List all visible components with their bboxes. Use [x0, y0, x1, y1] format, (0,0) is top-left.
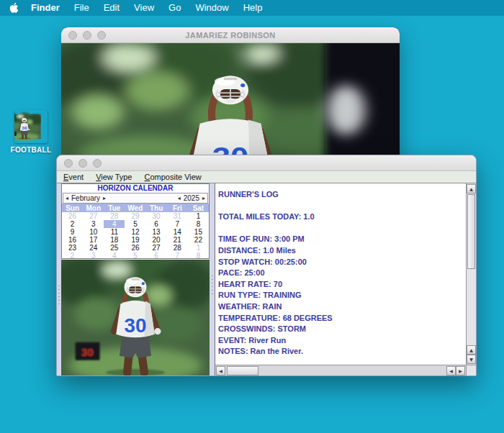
day-cell[interactable]: 7: [167, 252, 188, 259]
day-cell[interactable]: 14: [167, 228, 188, 236]
log-line: WEATHER: RAIN: [218, 301, 463, 313]
scroll-right-button[interactable]: ▶: [456, 366, 465, 375]
app-window: EventView TypeComposite View HORIZON CAL…: [56, 155, 477, 376]
log-line: TIME OF RUN: 3:00 PM: [218, 234, 463, 245]
calendar-grid-body: 2627282930311234567891011121314151617181…: [62, 212, 209, 259]
day-cell[interactable]: 2: [62, 252, 83, 259]
day-cell[interactable]: 7: [167, 220, 188, 228]
minimize-button[interactable]: [78, 159, 87, 168]
calendar-title: HORIZON CALENDAR: [62, 184, 209, 193]
year-next-arrow[interactable]: ▸: [202, 196, 205, 201]
day-cell[interactable]: 3: [83, 252, 104, 259]
day-header-sun: Sun: [62, 204, 83, 212]
day-cell[interactable]: 28: [104, 212, 125, 220]
scroll-left-button[interactable]: ◀: [446, 366, 456, 375]
vertical-scrollbar-thumb[interactable]: [467, 194, 475, 269]
day-cell[interactable]: 9: [62, 228, 83, 236]
day-cell[interactable]: 27: [146, 244, 167, 252]
desktop-icon-football[interactable]: FOOTBALL: [8, 110, 54, 154]
menubar-item-view[interactable]: View: [127, 0, 161, 16]
day-cell[interactable]: 13: [146, 228, 167, 236]
photo-window-titlebar[interactable]: JAMARIEZ ROBINSON: [61, 27, 400, 43]
football-icon-photo: [14, 110, 48, 143]
main-split-divider[interactable]: [210, 183, 215, 375]
day-cell[interactable]: 17: [83, 236, 104, 244]
divider-grip-icon: [211, 274, 213, 297]
day-cell[interactable]: 2: [62, 220, 83, 228]
close-button[interactable]: [64, 159, 73, 168]
day-cell[interactable]: 26: [125, 244, 145, 252]
vertical-scrollbar[interactable]: ▲ ▲ ▼: [466, 183, 476, 365]
photo-window-title: JAMARIEZ ROBINSON: [61, 31, 400, 40]
day-cell[interactable]: 24: [83, 244, 104, 252]
calendar-dayheader-row: SunMonTueWedThuFriSat: [62, 204, 209, 212]
scroll-down-button[interactable]: ▼: [467, 355, 476, 364]
day-cell[interactable]: 21: [167, 236, 188, 244]
day-cell[interactable]: 6: [146, 252, 167, 259]
day-cell[interactable]: 3: [83, 220, 104, 228]
log-text[interactable]: RUNNER'S LOG TOTAL MILES TODAY: 1.0 TIME…: [215, 183, 466, 365]
scroll-up-button[interactable]: ▲: [467, 345, 476, 355]
log-line: PACE: 25:00: [218, 268, 463, 279]
day-header-mon: Mon: [83, 204, 104, 212]
year-prev-arrow[interactable]: ◂: [178, 196, 181, 201]
month-next-arrow[interactable]: ▸: [103, 196, 106, 201]
menubar-item-go[interactable]: Go: [161, 0, 188, 16]
menubar-item-edit[interactable]: Edit: [96, 0, 127, 16]
day-header-thu: Thu: [146, 204, 167, 212]
desktop-icon-thumbnail[interactable]: [14, 110, 48, 143]
menu-composite-view[interactable]: Composite View: [145, 173, 202, 181]
day-cell[interactable]: 5: [125, 220, 145, 228]
month-prev-arrow[interactable]: ◂: [66, 196, 68, 201]
scroll-left-button[interactable]: ◀: [216, 366, 225, 375]
day-cell[interactable]: 8: [188, 220, 209, 228]
horizontal-scrollbar-thumb[interactable]: [227, 366, 258, 375]
menubar-item-file[interactable]: File: [67, 0, 96, 16]
day-cell[interactable]: 5: [125, 252, 145, 259]
day-cell[interactable]: 8: [188, 252, 209, 259]
log-line: NOTES: Ran the River.: [218, 346, 463, 357]
menubar-item-window[interactable]: Window: [188, 0, 235, 16]
runners-log-area[interactable]: RUNNER'S LOG TOTAL MILES TODAY: 1.0 TIME…: [215, 183, 476, 375]
selected-day-cell[interactable]: 4: [104, 220, 125, 228]
day-cell[interactable]: 29: [125, 212, 145, 220]
menubar-item-finder[interactable]: Finder: [24, 0, 67, 16]
app-window-titlebar[interactable]: [57, 155, 476, 171]
day-cell[interactable]: 11: [104, 228, 125, 236]
day-cell[interactable]: 1: [188, 244, 209, 252]
day-cell[interactable]: 26: [62, 212, 83, 220]
calendar-week-row: 2345678: [62, 220, 209, 228]
apple-menu[interactable]: [9, 2, 19, 14]
day-cell[interactable]: 31: [167, 212, 188, 220]
day-cell[interactable]: 23: [62, 244, 83, 252]
day-cell[interactable]: 1: [188, 212, 209, 220]
day-cell[interactable]: 4: [104, 252, 125, 259]
horizontal-scrollbar[interactable]: ◀ ◀ ▶: [215, 365, 466, 375]
day-cell[interactable]: 28: [167, 244, 188, 252]
day-cell[interactable]: 6: [146, 220, 167, 228]
os-menubar: FinderFileEditViewGoWindowHelp: [0, 0, 504, 16]
day-cell[interactable]: 27: [83, 212, 104, 220]
day-header-fri: Fri: [167, 204, 188, 212]
horizon-calendar: HORIZON CALENDAR ◂ February ▸ ◂ 2025 ▸: [61, 183, 210, 259]
day-cell[interactable]: 25: [104, 244, 125, 252]
calendar-week-row: 16171819202122: [62, 236, 209, 244]
log-line: [218, 201, 463, 212]
month-spinner: ◂ February ▸: [66, 194, 106, 202]
log-line: TOTAL MILES TODAY: 1.0: [218, 211, 463, 223]
day-cell[interactable]: 16: [62, 236, 83, 244]
day-cell[interactable]: 10: [83, 228, 104, 236]
scroll-up-button[interactable]: ▲: [467, 184, 476, 193]
menu-view-type[interactable]: View Type: [96, 173, 132, 181]
day-cell[interactable]: 20: [146, 236, 167, 244]
day-cell[interactable]: 22: [188, 236, 209, 244]
day-cell[interactable]: 15: [188, 228, 209, 236]
day-cell[interactable]: 18: [104, 236, 125, 244]
day-cell[interactable]: 12: [125, 228, 145, 236]
left-split-divider[interactable]: [57, 183, 61, 375]
day-cell[interactable]: 19: [125, 236, 145, 244]
menubar-item-help[interactable]: Help: [236, 0, 270, 16]
zoom-button[interactable]: [93, 159, 102, 168]
day-cell[interactable]: 30: [146, 212, 167, 220]
menu-event[interactable]: Event: [63, 173, 84, 181]
